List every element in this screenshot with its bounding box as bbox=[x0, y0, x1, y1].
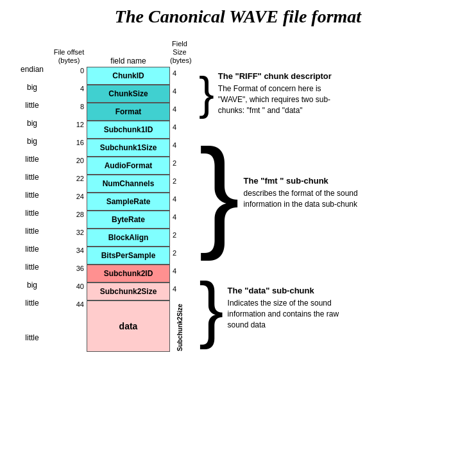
offset-label: 12 bbox=[51, 121, 87, 139]
field-box-subchunk2id: Subchunk2ID bbox=[87, 265, 170, 283]
size-label: 2 bbox=[170, 229, 189, 247]
endian-label: big bbox=[25, 276, 38, 294]
endian-label: little bbox=[25, 150, 38, 168]
annotation-group-1: }The "fmt " sub-chunkdescribes the forma… bbox=[199, 121, 369, 265]
offset-label: 22 bbox=[51, 175, 87, 193]
offset-label: 16 bbox=[51, 139, 87, 157]
field-box-chunksize: ChunkSize bbox=[87, 85, 170, 103]
annotation-description: Indicates the size of the sound informat… bbox=[228, 298, 353, 330]
endian-label: little bbox=[25, 240, 38, 258]
table-row: 0ChunkID4 bbox=[51, 67, 189, 85]
table-row: 16Subchunk1Size4 bbox=[51, 139, 189, 157]
table-row: 34BitsPerSample2 bbox=[51, 247, 189, 265]
table-row: 44dataSubchunk2Size bbox=[51, 300, 189, 352]
page-title: The Canonical WAVE file format bbox=[13, 6, 463, 27]
annotation-title: The "RIFF" chunk descriptor bbox=[218, 71, 343, 81]
offset-label: 40 bbox=[51, 283, 87, 300]
field-box-chunkid: ChunkID bbox=[87, 67, 170, 85]
endian-label: big bbox=[25, 114, 38, 132]
size-label: 4 bbox=[170, 265, 189, 283]
field-box-bitspersample: BitsPerSample bbox=[87, 247, 170, 265]
table-row: 8Format4 bbox=[51, 103, 189, 121]
table-row: 40Subchunk2Size4 bbox=[51, 283, 189, 300]
annotation-text: The "fmt " sub-chunkdescribes the format… bbox=[244, 121, 369, 265]
offset-label: 32 bbox=[51, 229, 87, 247]
endian-label: big bbox=[25, 132, 38, 150]
size-label: 4 bbox=[170, 103, 189, 121]
annotation-text: The "data" sub-chunkIndicates the size o… bbox=[228, 265, 353, 352]
offset-label: 34 bbox=[51, 247, 87, 265]
offset-label: 24 bbox=[51, 193, 87, 211]
field-box-subchunk1id: Subchunk1ID bbox=[87, 121, 170, 139]
annotation-title: The "fmt " sub-chunk bbox=[244, 176, 369, 186]
field-box-audioformat: AudioFormat bbox=[87, 157, 170, 175]
size-label: 4 bbox=[170, 85, 189, 103]
brace-icon: } bbox=[199, 265, 224, 352]
annotations-section: }The "RIFF" chunk descriptorThe Format o… bbox=[199, 40, 369, 352]
annotation-description: The Format of concern here is "WAVE", wh… bbox=[218, 83, 343, 116]
center-section: File offset(bytes) field name Field Size… bbox=[51, 40, 189, 352]
table-row: 24SampleRate4 bbox=[51, 193, 189, 211]
annotation-title: The "data" sub-chunk bbox=[228, 286, 353, 295]
field-box-subchunk2size: Subchunk2Size bbox=[87, 283, 170, 300]
offset-label: 0 bbox=[51, 67, 87, 85]
table-row: 32BlockAlign2 bbox=[51, 229, 189, 247]
size-label: 4 bbox=[170, 193, 189, 211]
annotation-group-0: }The "RIFF" chunk descriptorThe Format o… bbox=[199, 67, 369, 121]
endian-label: little bbox=[25, 204, 38, 222]
offset-label: 28 bbox=[51, 211, 87, 229]
endian-header: endian bbox=[21, 65, 44, 73]
field-box-samplerate: SampleRate bbox=[87, 193, 170, 211]
field-box-data: dataSubchunk2Size bbox=[87, 300, 170, 352]
endian-label: little bbox=[25, 294, 38, 312]
offset-label: 44 bbox=[51, 300, 87, 352]
field-box-numchannels: NumChannels bbox=[87, 175, 170, 193]
endian-label: big bbox=[25, 78, 38, 96]
offset-label: 20 bbox=[51, 157, 87, 175]
subchunk2size-vertical-label: Subchunk2Size bbox=[176, 301, 183, 351]
annotation-description: describes the format of the sound inform… bbox=[244, 188, 369, 210]
offset-label: 36 bbox=[51, 265, 87, 283]
table-row: 4ChunkSize4 bbox=[51, 85, 189, 103]
size-label: 4 bbox=[170, 211, 189, 229]
offset-label: 4 bbox=[51, 85, 87, 103]
endian-label: little bbox=[25, 312, 38, 363]
endian-label: little bbox=[25, 96, 38, 114]
brace-icon: } bbox=[199, 67, 214, 121]
offset-label: 8 bbox=[51, 103, 87, 121]
size-label: 4 bbox=[170, 121, 189, 139]
size-label: 4 bbox=[170, 67, 189, 85]
size-label: 4 bbox=[170, 283, 189, 300]
endian-label: little bbox=[25, 168, 38, 186]
annotation-group-2: }The "data" sub-chunkIndicates the size … bbox=[199, 265, 369, 352]
field-name-header: field name bbox=[87, 57, 170, 65]
size-label: 2 bbox=[170, 175, 189, 193]
size-label: 2 bbox=[170, 247, 189, 265]
field-box-format: Format bbox=[87, 103, 170, 121]
table-row: 22NumChannels2 bbox=[51, 175, 189, 193]
field-size-header: Field Size(bytes) bbox=[170, 40, 189, 65]
table-row: 12Subchunk1ID4 bbox=[51, 121, 189, 139]
endian-label: little bbox=[25, 258, 38, 276]
offset-header: File offset(bytes) bbox=[51, 48, 87, 65]
table-row: 28ByteRate4 bbox=[51, 211, 189, 229]
table-row: 20AudioFormat2 bbox=[51, 157, 189, 175]
brace-icon: } bbox=[199, 121, 240, 265]
field-box-subchunk1size: Subchunk1Size bbox=[87, 139, 170, 157]
endian-label: little bbox=[25, 186, 38, 204]
size-label: 2 bbox=[170, 157, 189, 175]
size-label: 4 bbox=[170, 139, 189, 157]
field-box-blockalign: BlockAlign bbox=[87, 229, 170, 247]
table-row: 36Subchunk2ID4 bbox=[51, 265, 189, 283]
annotation-text: The "RIFF" chunk descriptorThe Format of… bbox=[218, 67, 343, 121]
endian-label: little bbox=[25, 222, 38, 240]
endian-column: endian biglittlebigbiglittlelittlelittle… bbox=[13, 40, 51, 363]
field-box-byterate: ByteRate bbox=[87, 211, 170, 229]
